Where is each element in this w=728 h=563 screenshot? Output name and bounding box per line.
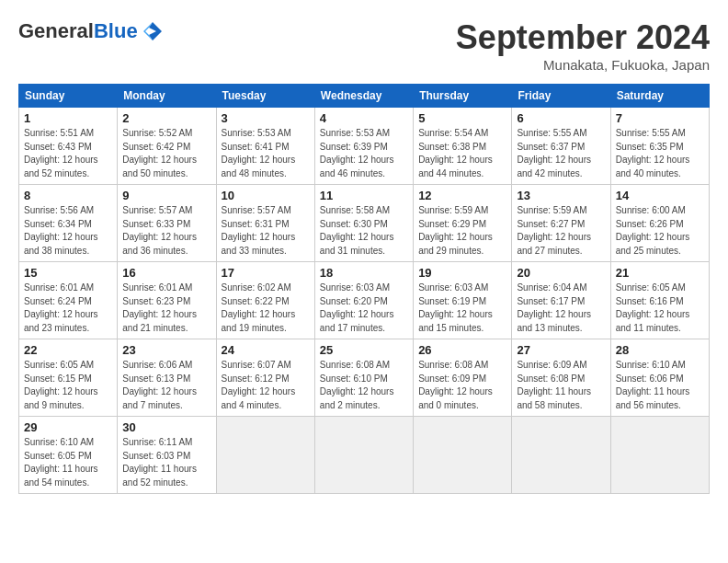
header-saturday: Saturday bbox=[610, 85, 709, 108]
day-info: Sunrise: 6:08 AM Sunset: 6:09 PM Dayligh… bbox=[418, 359, 506, 412]
header-tuesday: Tuesday bbox=[216, 85, 314, 108]
day-info: Sunrise: 6:06 AM Sunset: 6:13 PM Dayligh… bbox=[122, 359, 210, 412]
day-info: Sunrise: 5:55 AM Sunset: 6:35 PM Dayligh… bbox=[616, 127, 704, 180]
day-info: Sunrise: 6:09 AM Sunset: 6:08 PM Dayligh… bbox=[517, 359, 605, 412]
day-number: 6 bbox=[517, 111, 605, 125]
day-number: 2 bbox=[122, 111, 210, 125]
header-friday: Friday bbox=[512, 85, 610, 108]
day-number: 29 bbox=[24, 420, 112, 434]
day-number: 21 bbox=[616, 266, 704, 280]
title-block: September 2024 Munakata, Fukuoka, Japan bbox=[456, 18, 710, 73]
day-number: 22 bbox=[24, 343, 112, 357]
table-row: 30Sunrise: 6:11 AM Sunset: 6:03 PM Dayli… bbox=[118, 417, 216, 494]
day-info: Sunrise: 5:52 AM Sunset: 6:42 PM Dayligh… bbox=[122, 127, 210, 180]
month-title: September 2024 bbox=[456, 18, 710, 57]
table-row: 24Sunrise: 6:07 AM Sunset: 6:12 PM Dayli… bbox=[216, 339, 314, 417]
day-info: Sunrise: 6:01 AM Sunset: 6:24 PM Dayligh… bbox=[24, 282, 112, 335]
calendar-week-row: 29Sunrise: 6:10 AM Sunset: 6:05 PM Dayli… bbox=[19, 417, 710, 494]
day-info: Sunrise: 6:02 AM Sunset: 6:22 PM Dayligh… bbox=[222, 282, 310, 335]
day-info: Sunrise: 6:10 AM Sunset: 6:05 PM Dayligh… bbox=[24, 436, 112, 489]
header: GeneralBlue September 2024 Munakata, Fuk… bbox=[18, 18, 710, 73]
table-row: 4Sunrise: 5:53 AM Sunset: 6:39 PM Daylig… bbox=[314, 108, 413, 185]
table-row: 29Sunrise: 6:10 AM Sunset: 6:05 PM Dayli… bbox=[19, 417, 118, 494]
header-thursday: Thursday bbox=[414, 85, 512, 108]
table-row: 20Sunrise: 6:04 AM Sunset: 6:17 PM Dayli… bbox=[512, 262, 610, 339]
table-row: 6Sunrise: 5:55 AM Sunset: 6:37 PM Daylig… bbox=[512, 108, 610, 185]
days-of-week-row: Sunday Monday Tuesday Wednesday Thursday… bbox=[19, 85, 710, 108]
day-info: Sunrise: 6:03 AM Sunset: 6:20 PM Dayligh… bbox=[320, 282, 408, 335]
table-row bbox=[216, 417, 314, 494]
logo-icon bbox=[140, 18, 165, 44]
day-number: 25 bbox=[320, 343, 408, 357]
day-number: 14 bbox=[616, 189, 704, 202]
day-number: 30 bbox=[122, 420, 210, 434]
table-row: 2Sunrise: 5:52 AM Sunset: 6:42 PM Daylig… bbox=[118, 108, 216, 185]
calendar-week-row: 8Sunrise: 5:56 AM Sunset: 6:34 PM Daylig… bbox=[19, 185, 710, 262]
table-row: 23Sunrise: 6:06 AM Sunset: 6:13 PM Dayli… bbox=[118, 339, 216, 417]
calendar-table: Sunday Monday Tuesday Wednesday Thursday… bbox=[18, 84, 710, 494]
day-number: 18 bbox=[320, 266, 408, 280]
calendar-header: Sunday Monday Tuesday Wednesday Thursday… bbox=[19, 85, 710, 108]
day-info: Sunrise: 5:55 AM Sunset: 6:37 PM Dayligh… bbox=[517, 127, 605, 180]
day-number: 24 bbox=[222, 343, 310, 357]
day-number: 28 bbox=[616, 343, 704, 357]
page-container: GeneralBlue September 2024 Munakata, Fuk… bbox=[0, 0, 728, 503]
day-info: Sunrise: 5:53 AM Sunset: 6:39 PM Dayligh… bbox=[320, 127, 408, 180]
table-row: 9Sunrise: 5:57 AM Sunset: 6:33 PM Daylig… bbox=[118, 185, 216, 262]
logo: GeneralBlue bbox=[18, 18, 165, 44]
day-number: 15 bbox=[24, 266, 112, 280]
calendar-week-row: 1Sunrise: 5:51 AM Sunset: 6:43 PM Daylig… bbox=[19, 108, 710, 185]
logo-general-text: General bbox=[18, 19, 94, 42]
day-number: 26 bbox=[418, 343, 506, 357]
table-row: 5Sunrise: 5:54 AM Sunset: 6:38 PM Daylig… bbox=[414, 108, 512, 185]
table-row: 17Sunrise: 6:02 AM Sunset: 6:22 PM Dayli… bbox=[216, 262, 314, 339]
table-row: 13Sunrise: 5:59 AM Sunset: 6:27 PM Dayli… bbox=[512, 185, 610, 262]
table-row: 10Sunrise: 5:57 AM Sunset: 6:31 PM Dayli… bbox=[216, 185, 314, 262]
table-row: 25Sunrise: 6:08 AM Sunset: 6:10 PM Dayli… bbox=[314, 339, 413, 417]
table-row bbox=[414, 417, 512, 494]
header-monday: Monday bbox=[118, 85, 216, 108]
day-number: 5 bbox=[418, 111, 506, 125]
table-row: 8Sunrise: 5:56 AM Sunset: 6:34 PM Daylig… bbox=[19, 185, 118, 262]
table-row: 16Sunrise: 6:01 AM Sunset: 6:23 PM Dayli… bbox=[118, 262, 216, 339]
day-info: Sunrise: 5:57 AM Sunset: 6:31 PM Dayligh… bbox=[222, 204, 310, 258]
day-number: 1 bbox=[24, 111, 112, 125]
day-number: 9 bbox=[122, 189, 210, 202]
day-number: 23 bbox=[122, 343, 210, 357]
day-info: Sunrise: 5:54 AM Sunset: 6:38 PM Dayligh… bbox=[418, 127, 506, 180]
day-number: 20 bbox=[517, 266, 605, 280]
table-row: 14Sunrise: 6:00 AM Sunset: 6:26 PM Dayli… bbox=[610, 185, 709, 262]
table-row: 3Sunrise: 5:53 AM Sunset: 6:41 PM Daylig… bbox=[216, 108, 314, 185]
table-row: 26Sunrise: 6:08 AM Sunset: 6:09 PM Dayli… bbox=[414, 339, 512, 417]
day-info: Sunrise: 6:05 AM Sunset: 6:16 PM Dayligh… bbox=[616, 282, 704, 335]
day-info: Sunrise: 5:53 AM Sunset: 6:41 PM Dayligh… bbox=[222, 127, 310, 180]
day-info: Sunrise: 5:59 AM Sunset: 6:27 PM Dayligh… bbox=[517, 204, 605, 258]
table-row: 12Sunrise: 5:59 AM Sunset: 6:29 PM Dayli… bbox=[414, 185, 512, 262]
day-number: 4 bbox=[320, 111, 408, 125]
day-info: Sunrise: 6:08 AM Sunset: 6:10 PM Dayligh… bbox=[320, 359, 408, 412]
day-info: Sunrise: 5:57 AM Sunset: 6:33 PM Dayligh… bbox=[122, 204, 210, 258]
table-row: 15Sunrise: 6:01 AM Sunset: 6:24 PM Dayli… bbox=[19, 262, 118, 339]
day-number: 8 bbox=[24, 189, 112, 202]
table-row: 1Sunrise: 5:51 AM Sunset: 6:43 PM Daylig… bbox=[19, 108, 118, 185]
table-row: 18Sunrise: 6:03 AM Sunset: 6:20 PM Dayli… bbox=[314, 262, 413, 339]
header-wednesday: Wednesday bbox=[314, 85, 413, 108]
day-number: 17 bbox=[222, 266, 310, 280]
table-row: 7Sunrise: 5:55 AM Sunset: 6:35 PM Daylig… bbox=[610, 108, 709, 185]
calendar-week-row: 15Sunrise: 6:01 AM Sunset: 6:24 PM Dayli… bbox=[19, 262, 710, 339]
table-row: 28Sunrise: 6:10 AM Sunset: 6:06 PM Dayli… bbox=[610, 339, 709, 417]
table-row: 19Sunrise: 6:03 AM Sunset: 6:19 PM Dayli… bbox=[414, 262, 512, 339]
table-row bbox=[610, 417, 709, 494]
day-number: 11 bbox=[320, 189, 408, 202]
location: Munakata, Fukuoka, Japan bbox=[456, 57, 710, 73]
calendar-body: 1Sunrise: 5:51 AM Sunset: 6:43 PM Daylig… bbox=[19, 108, 710, 494]
day-info: Sunrise: 5:58 AM Sunset: 6:30 PM Dayligh… bbox=[320, 204, 408, 258]
table-row: 22Sunrise: 6:05 AM Sunset: 6:15 PM Dayli… bbox=[19, 339, 118, 417]
day-number: 13 bbox=[517, 189, 605, 202]
day-info: Sunrise: 6:05 AM Sunset: 6:15 PM Dayligh… bbox=[24, 359, 112, 412]
day-info: Sunrise: 5:59 AM Sunset: 6:29 PM Dayligh… bbox=[418, 204, 506, 258]
day-number: 12 bbox=[418, 189, 506, 202]
day-info: Sunrise: 6:01 AM Sunset: 6:23 PM Dayligh… bbox=[122, 282, 210, 335]
day-number: 16 bbox=[122, 266, 210, 280]
table-row: 21Sunrise: 6:05 AM Sunset: 6:16 PM Dayli… bbox=[610, 262, 709, 339]
